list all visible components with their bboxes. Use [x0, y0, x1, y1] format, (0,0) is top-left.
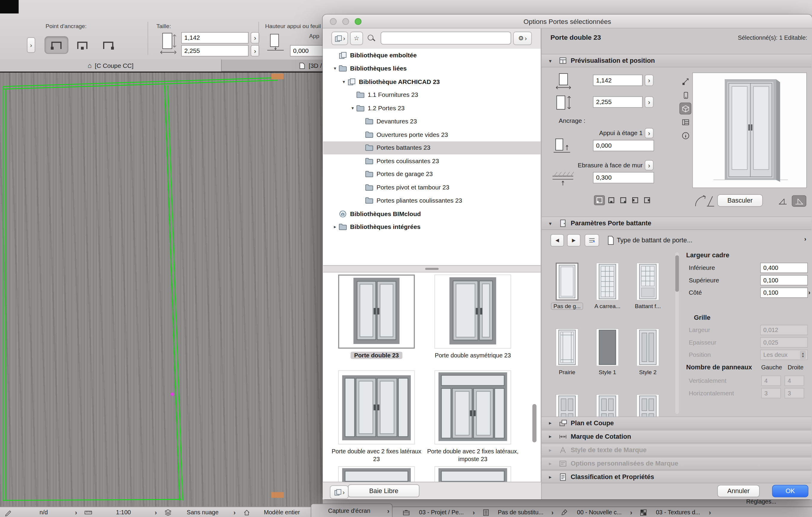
- reglages-button[interactable]: Réglages...: [733, 498, 790, 507]
- library-tree-item[interactable]: Portes pliantes coulissantes 23: [323, 194, 541, 207]
- statusbar-item[interactable]: 1:100›: [82, 507, 160, 517]
- disclosure-triangle[interactable]: ▾: [549, 58, 555, 63]
- statusbar-item[interactable]: Pas de substitu...›: [480, 507, 556, 517]
- library-view-button[interactable]: ›: [331, 32, 348, 45]
- statusbar-item[interactable]: n/d›: [2, 507, 80, 517]
- anchor-toggle[interactable]: [618, 195, 629, 205]
- ok-button[interactable]: OK: [772, 485, 808, 497]
- panel-splitter[interactable]: [323, 265, 541, 272]
- gallery-scrollbar[interactable]: [675, 256, 679, 292]
- settings-button[interactable]: ⚙›: [513, 32, 532, 45]
- disclosure-triangle[interactable]: ▸: [549, 420, 555, 426]
- leaf-type-thumbnail[interactable]: [636, 394, 659, 417]
- door-type-thumbnail[interactable]: [434, 466, 511, 482]
- disclosure-triangle[interactable]: ▾: [549, 221, 555, 226]
- library-tree-item[interactable]: 1.1 Fournitures 23: [323, 88, 541, 102]
- leaf-type-thumbnail[interactable]: [636, 263, 659, 300]
- leaf-type-thumbnail[interactable]: [556, 394, 578, 417]
- 3d-preview-button[interactable]: [679, 103, 691, 114]
- disclosure-triangle[interactable]: ▾: [340, 79, 347, 84]
- info-button[interactable]: [679, 130, 691, 141]
- section-preview-position[interactable]: ▾ Prévisualisation et position: [542, 54, 811, 67]
- door-type-thumbnail[interactable]: [434, 370, 511, 444]
- door-preview[interactable]: [693, 73, 807, 188]
- swing-open-left-button[interactable]: [775, 195, 790, 206]
- reveal-label[interactable]: Ebrasure à face de mur: [561, 162, 643, 169]
- door-height-chevron[interactable]: ›: [645, 96, 654, 108]
- library-tree-item[interactable]: Portes coulissantes 23: [323, 154, 541, 168]
- statusbar-item[interactable]: Sans nuage›: [162, 507, 238, 517]
- sill-value-input[interactable]: [593, 140, 654, 151]
- reveal-value-input[interactable]: [593, 172, 654, 183]
- library-tree-item[interactable]: Portes de garage 23: [323, 168, 541, 181]
- door-width-input[interactable]: [593, 75, 643, 86]
- library-tree-item[interactable]: ▾Bibliothèque ARCHICAD 23: [323, 75, 541, 88]
- favorites-button[interactable]: ☆: [350, 32, 363, 45]
- door-type-thumbnail[interactable]: [338, 466, 415, 482]
- toolbar-expander[interactable]: ›: [27, 37, 35, 53]
- library-tree-item[interactable]: Bibliothèques BIMcloud: [323, 207, 541, 220]
- disclosure-triangle[interactable]: ▸: [331, 224, 339, 230]
- statusbar-item[interactable]: Modèle entier›: [240, 507, 318, 517]
- disclosure-triangle[interactable]: ▸: [549, 474, 555, 480]
- parameter-list-button[interactable]: [585, 234, 599, 247]
- disclosure-triangle[interactable]: ▾: [349, 106, 356, 111]
- library-tree-item[interactable]: Ouvertures porte vides 23: [323, 128, 541, 141]
- leaf-type-thumbnail[interactable]: [596, 394, 619, 417]
- section-bar[interactable]: ▸Marque de Cotation: [542, 430, 811, 443]
- tab-coupe-cc[interactable]: ⌂ [C Coupe CC]: [0, 59, 221, 71]
- baie-libre-button[interactable]: Baie Libre: [348, 484, 419, 497]
- reveal-chevron[interactable]: ›: [645, 160, 654, 171]
- section-bar[interactable]: ▸Classification et Propriétés: [542, 470, 811, 483]
- library-tree-item[interactable]: Bibliothèque emboîtée: [323, 49, 541, 62]
- cancel-button[interactable]: Annuler: [717, 485, 760, 497]
- next-page-button[interactable]: ▶: [567, 234, 580, 247]
- leaf-type-thumbnail[interactable]: [556, 328, 578, 366]
- door-type-thumbnail[interactable]: [338, 275, 415, 349]
- previous-page-button[interactable]: ◀: [551, 234, 564, 247]
- dialog-titlebar[interactable]: Options Portes sélectionnées: [323, 15, 812, 29]
- leaf-type-thumbnail[interactable]: [636, 328, 659, 366]
- swing-open-right-button[interactable]: [792, 195, 806, 206]
- size-width-input[interactable]: [181, 32, 249, 43]
- anchor-option-button[interactable]: [96, 36, 120, 54]
- type-selector-chevron[interactable]: ›: [804, 235, 806, 242]
- frame-side-chevron[interactable]: ›: [808, 289, 811, 296]
- anchor-option-button[interactable]: [70, 36, 94, 54]
- drawing-tools-button[interactable]: [679, 76, 691, 88]
- frame-side-input[interactable]: [760, 287, 808, 298]
- anchor-option[interactable]: Appui à étage 1: [571, 130, 643, 137]
- statusbar-item[interactable]: 00 - Nouvelle c...›: [558, 507, 635, 517]
- library-tree-item[interactable]: Devantures 23: [323, 115, 541, 128]
- library-tree-item[interactable]: ▾1.2 Portes 23: [323, 102, 541, 115]
- anchor-option-chevron[interactable]: ›: [645, 128, 654, 138]
- door-height-input[interactable]: [593, 96, 643, 108]
- library-tree-item[interactable]: Portes pivot et tambour 23: [323, 181, 541, 194]
- statusbar-item[interactable]: Capture d'écran›: [311, 504, 393, 517]
- library-tree-item[interactable]: Portes battantes 23: [323, 141, 541, 154]
- catalog-scrollbar[interactable]: [532, 404, 536, 442]
- door-type-thumbnail[interactable]: [434, 275, 511, 349]
- section-bar[interactable]: ▸Plan et Coupe: [542, 417, 811, 429]
- door-width-chevron[interactable]: ›: [645, 75, 654, 86]
- anchor-option-button[interactable]: [45, 36, 68, 54]
- anchor-toggle[interactable]: [606, 195, 617, 205]
- drawing-canvas[interactable]: [0, 71, 323, 507]
- search-input[interactable]: [381, 32, 511, 45]
- library-tree-item[interactable]: ▸Bibliothèques intégrées: [323, 221, 541, 234]
- leaf-type-thumbnail[interactable]: [596, 263, 619, 300]
- disclosure-triangle[interactable]: ▸: [549, 434, 555, 439]
- disclosure-triangle[interactable]: ▾: [331, 66, 339, 71]
- frame-top-input[interactable]: [760, 275, 808, 285]
- size-height-input[interactable]: [181, 45, 249, 56]
- basculer-button[interactable]: Basculer: [717, 194, 763, 207]
- panel-view-button[interactable]: [679, 116, 691, 128]
- placement-mode-button[interactable]: ›: [330, 485, 348, 499]
- statusbar-item[interactable]: 03 - Projet / Pe...›: [400, 507, 477, 517]
- library-tree-item[interactable]: ▾Bibliothèques liées: [323, 62, 541, 75]
- section-door-params[interactable]: ▾ Paramètres Porte battante: [542, 217, 811, 230]
- leaf-type-thumbnail[interactable]: [556, 263, 578, 300]
- anchor-toggle[interactable]: [630, 195, 640, 205]
- leaf-type-thumbnail[interactable]: [596, 328, 619, 366]
- frame-bottom-input[interactable]: [760, 263, 808, 273]
